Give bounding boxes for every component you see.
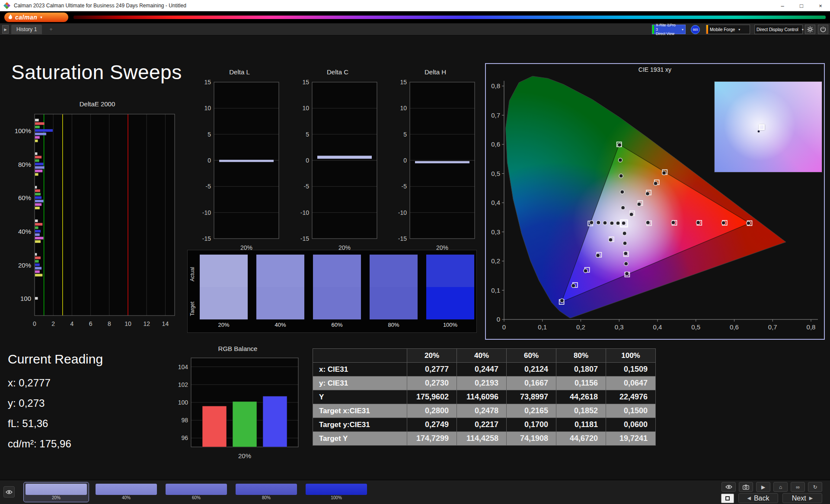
patch-button-20%[interactable]: 20% bbox=[24, 482, 89, 502]
svg-text:0,4: 0,4 bbox=[491, 199, 500, 206]
delta-c-chart: Delta C 151050-5-10-1520% bbox=[292, 68, 383, 256]
svg-text:12: 12 bbox=[143, 320, 150, 327]
cie-chart-title: CIE 1931 xy bbox=[486, 66, 824, 73]
meter-selector[interactable]: X-Rite i1Pro 3 Direct View ▾ bbox=[652, 25, 686, 34]
eye-icon bbox=[725, 485, 732, 489]
svg-text:-5: -5 bbox=[206, 183, 211, 190]
svg-text:0: 0 bbox=[208, 157, 211, 164]
table-row: Y175,9602114,609673,899744,261822,4976 bbox=[313, 390, 656, 404]
svg-text:0,6: 0,6 bbox=[730, 323, 739, 331]
settings-button[interactable] bbox=[805, 25, 815, 34]
tab-history-1[interactable]: History 1 bbox=[11, 25, 42, 34]
row-label-cell: Target Y bbox=[313, 432, 407, 446]
deltae-chart-title: DeltaE 2000 bbox=[13, 100, 182, 109]
cie-1931-panel: CIE 1931 xy 000,10,10,20,20,30,30,40,40,… bbox=[485, 63, 825, 340]
swatch-target bbox=[313, 287, 361, 319]
read-button[interactable] bbox=[3, 486, 15, 498]
target-row-label: Target bbox=[189, 302, 195, 316]
rgb-balance-plot: 969810010210420% bbox=[173, 354, 303, 465]
patch-button-40%[interactable]: 40% bbox=[94, 482, 159, 502]
pattern-window-icon bbox=[725, 496, 730, 501]
value-cell: 0,0647 bbox=[606, 376, 656, 390]
svg-text:5: 5 bbox=[403, 131, 407, 138]
svg-text:10: 10 bbox=[302, 105, 309, 112]
value-cell: 0,2800 bbox=[407, 404, 457, 418]
svg-text:100: 100 bbox=[178, 399, 188, 406]
loop-button[interactable]: ∞ bbox=[791, 482, 805, 492]
delta-h-title: Delta H bbox=[390, 68, 481, 77]
patch-button-60%[interactable]: 60% bbox=[164, 482, 229, 502]
table-header-row: 20%40%60%80%100% bbox=[313, 349, 656, 363]
svg-text:40%: 40% bbox=[18, 228, 31, 235]
calman-menu-button[interactable]: calman ▾ bbox=[4, 13, 68, 22]
svg-text:20%: 20% bbox=[238, 452, 251, 459]
pattern-source-selector[interactable]: Mobile Forge ▾ bbox=[706, 25, 750, 34]
toolbar: ▶ History 1 + X-Rite i1Pro 3 Direct View… bbox=[0, 23, 830, 35]
svg-text:15: 15 bbox=[400, 79, 407, 86]
svg-text:15: 15 bbox=[204, 79, 211, 86]
patch-label: 80% bbox=[236, 495, 297, 500]
run-button[interactable]: ▶ bbox=[756, 482, 770, 492]
history-panel-handle[interactable]: ▶ bbox=[2, 25, 9, 34]
back-button[interactable]: ◀ Back bbox=[738, 493, 778, 503]
close-button[interactable]: × bbox=[811, 0, 830, 11]
pattern-window-button[interactable] bbox=[721, 494, 734, 503]
delta-c-plot: 151050-5-10-1520% bbox=[292, 77, 383, 254]
svg-text:10: 10 bbox=[124, 320, 131, 327]
play-icon: ▶ bbox=[4, 28, 6, 32]
value-cell: 0,2730 bbox=[407, 376, 457, 390]
value-cell: 0,2447 bbox=[457, 363, 507, 376]
value-cell: 0,1500 bbox=[606, 404, 656, 418]
logo-bar: calman ▾ bbox=[0, 11, 830, 23]
value-cell: 0,1667 bbox=[507, 376, 556, 390]
svg-text:0,3: 0,3 bbox=[491, 228, 500, 236]
patch-label: 100% bbox=[306, 495, 367, 500]
cie-zoom-inset bbox=[714, 81, 822, 172]
add-history-button[interactable]: + bbox=[48, 26, 54, 33]
patch-label: 60% bbox=[166, 495, 227, 500]
app-icon bbox=[3, 2, 10, 9]
patch-button-80%[interactable]: 80% bbox=[234, 482, 299, 502]
minimize-button[interactable]: – bbox=[773, 0, 792, 11]
main-content: Saturation Sweeps DeltaE 2000 0246810121… bbox=[0, 35, 830, 480]
swatch-actual bbox=[370, 255, 418, 287]
swatch-target bbox=[426, 287, 474, 319]
capture-button[interactable] bbox=[739, 482, 753, 492]
patch-button-100%[interactable]: 100% bbox=[304, 482, 369, 502]
home-button[interactable]: ⌂ bbox=[773, 482, 788, 492]
swatch-label: 60% bbox=[313, 322, 361, 328]
svg-text:0: 0 bbox=[306, 157, 309, 164]
swatch-label: 80% bbox=[370, 322, 418, 328]
camera-icon bbox=[743, 485, 749, 490]
swatch-actual bbox=[426, 255, 474, 287]
swatch-target bbox=[256, 287, 304, 319]
table-header-cell: 80% bbox=[556, 349, 606, 363]
svg-text:-5: -5 bbox=[402, 183, 407, 190]
svg-text:6: 6 bbox=[89, 320, 93, 327]
table-header-cell: 40% bbox=[457, 349, 507, 363]
title-bar: Calman 2023 Calman Ultimate for Business… bbox=[0, 0, 830, 11]
meter-badge[interactable]: 665 bbox=[691, 25, 700, 34]
next-button[interactable]: Next ▶ bbox=[782, 493, 822, 503]
brand-text: calman bbox=[15, 14, 37, 21]
current-reading: Current Reading x: 0,2777 y: 0,273 fL: 5… bbox=[8, 352, 103, 454]
svg-text:98: 98 bbox=[181, 417, 188, 424]
power-button[interactable] bbox=[818, 25, 828, 34]
svg-text:104: 104 bbox=[178, 364, 188, 370]
refresh-button[interactable]: ↻ bbox=[808, 482, 822, 492]
current-reading-title: Current Reading bbox=[8, 352, 103, 367]
svg-text:5: 5 bbox=[306, 131, 309, 138]
svg-text:102: 102 bbox=[178, 381, 188, 388]
eye-icon bbox=[6, 490, 13, 494]
maximize-button[interactable]: □ bbox=[792, 0, 811, 11]
value-cell: 74,1908 bbox=[507, 432, 556, 446]
infinity-icon: ∞ bbox=[796, 484, 800, 490]
actual-row-label: Actual bbox=[189, 267, 195, 281]
swatch-80%: 80% bbox=[370, 255, 418, 328]
swatch-actual bbox=[313, 255, 361, 287]
swatch-20%: 20% bbox=[200, 255, 248, 328]
svg-text:96: 96 bbox=[181, 434, 188, 441]
read-continuous-button[interactable] bbox=[721, 482, 736, 492]
display-control-selector[interactable]: Direct Display Control ▾ bbox=[754, 25, 803, 34]
value-cell: 19,7241 bbox=[606, 432, 656, 446]
